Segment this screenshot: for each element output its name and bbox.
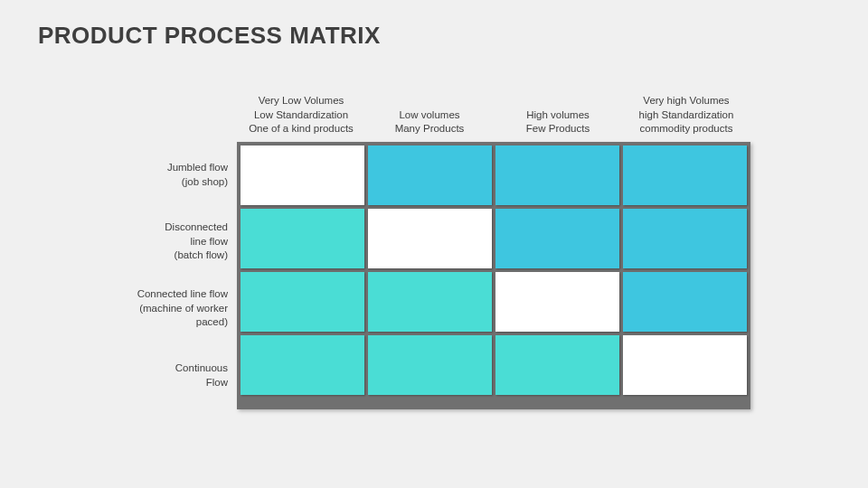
matrix-cell (495, 209, 619, 268)
matrix-cell (368, 272, 492, 332)
matrix-cell (495, 272, 619, 332)
col-header-line: Low volumes (369, 108, 490, 123)
matrix-cell (495, 335, 619, 395)
col-header-2: High volumes Few Products (494, 94, 622, 142)
col-header-3: Very high Volumes high Standardization c… (622, 94, 750, 142)
matrix-row (241, 209, 747, 268)
matrix-cell (623, 145, 747, 205)
row-header-line: paced) (196, 315, 228, 330)
row-header-line: Connected line flow (137, 287, 228, 302)
matrix-cell (623, 272, 747, 332)
col-header-line: High volumes (497, 108, 618, 123)
col-header-0: Very Low Volumes Low Standardization One… (237, 94, 365, 142)
row-header-line: Jumbled flow (167, 161, 228, 175)
row-header-0: Jumbled flow (job shop) (123, 142, 237, 209)
row-header-line: (machine of worker (139, 302, 228, 316)
row-header-line: Flow (206, 376, 228, 390)
col-header-1: Low volumes Many Products (365, 94, 494, 142)
matrix-cell (241, 145, 364, 205)
col-header-line: high Standardization (626, 108, 747, 123)
row-header-line: Disconnected (165, 221, 228, 235)
row-header-1: Disconnected line flow (batch flow) (123, 209, 237, 276)
row-header-3: Continuous Flow (123, 343, 237, 409)
col-header-line: Low Standardization (241, 108, 362, 123)
col-header-line: Many Products (369, 122, 490, 136)
row-header-2: Connected line flow (machine of worker p… (123, 276, 237, 343)
row-header-line: line flow (190, 235, 228, 249)
matrix-cell (241, 335, 364, 395)
row-headers: Jumbled flow (job shop) Disconnected lin… (123, 142, 237, 409)
row-header-line: (job shop) (182, 175, 228, 190)
col-header-line: One of a kind products (241, 122, 362, 136)
row-header-line: (batch flow) (175, 249, 228, 263)
matrix-cell (368, 209, 492, 268)
col-header-line: Very high Volumes (626, 94, 747, 108)
matrix-row (241, 145, 747, 205)
col-header-line: Few Products (497, 122, 618, 136)
matrix-grid (237, 142, 750, 409)
matrix-cell (241, 209, 364, 268)
col-header-line: Very Low Volumes (241, 94, 362, 108)
matrix-cell (368, 145, 492, 205)
matrix-row (241, 335, 747, 395)
matrix-cell (495, 145, 619, 205)
page-title: PRODUCT PROCESS MATRIX (38, 22, 381, 50)
col-header-line: commodity products (626, 122, 747, 136)
matrix-cell (623, 209, 747, 268)
matrix-cell (623, 335, 747, 395)
row-header-line: Continuous (175, 361, 228, 376)
matrix-cell (241, 272, 364, 332)
column-headers: Very Low Volumes Low Standardization One… (237, 94, 750, 142)
matrix-container: Very Low Volumes Low Standardization One… (123, 94, 756, 409)
matrix-row (241, 272, 747, 332)
matrix-cell (368, 335, 492, 395)
